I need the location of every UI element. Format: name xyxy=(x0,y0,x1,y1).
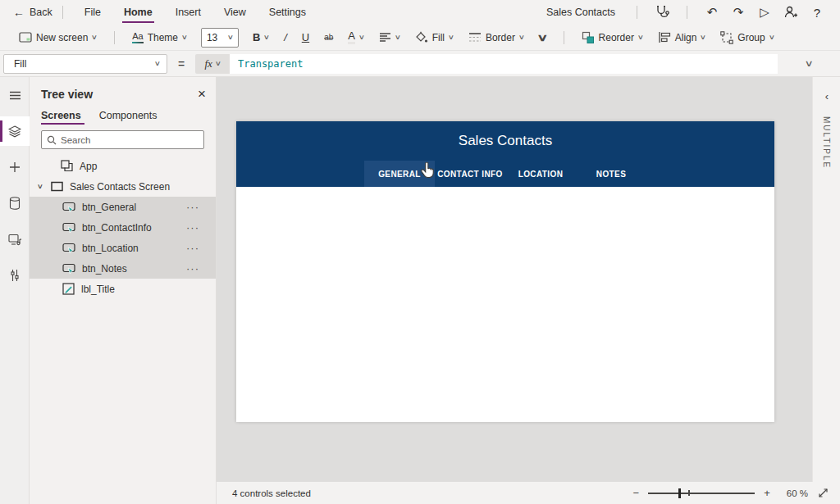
italic-button[interactable]: / xyxy=(276,25,294,51)
search-icon xyxy=(47,135,57,145)
rail-data-button[interactable] xyxy=(0,188,30,218)
zoom-percentage: 60 % xyxy=(787,488,808,498)
menu-home[interactable]: Home xyxy=(112,0,164,25)
rail-insert-button[interactable] xyxy=(0,152,30,182)
toolbar-overflow-button[interactable]: ∨ xyxy=(532,25,554,51)
divider xyxy=(687,6,687,19)
zoom-slider[interactable] xyxy=(648,488,755,499)
screen-icon xyxy=(51,181,63,192)
canvas-tab-contact-info[interactable]: CONTACT INFO xyxy=(435,161,505,187)
screen-header-label[interactable]: Sales Contacts GENERAL CONTACT INFO LOCA… xyxy=(236,121,774,187)
reorder-icon xyxy=(582,31,595,44)
media-icon xyxy=(8,233,22,246)
ellipsis-icon[interactable]: ··· xyxy=(186,201,199,213)
rail-hamburger-button[interactable] xyxy=(0,80,30,110)
back-label: Back xyxy=(30,7,52,18)
fx-dropdown[interactable]: fx ∨ xyxy=(195,54,230,74)
divider xyxy=(637,6,637,19)
menu-settings[interactable]: Settings xyxy=(258,0,317,25)
tree-item-screen[interactable]: ∨ Sales Contacts Screen xyxy=(30,176,216,197)
rail-media-button[interactable] xyxy=(0,225,30,254)
stethoscope-icon xyxy=(655,5,669,20)
ellipsis-icon[interactable]: ··· xyxy=(186,262,199,275)
align-button[interactable]: Align ∨ xyxy=(651,25,714,51)
chevron-down-icon: ∨ xyxy=(358,34,365,41)
tree-item-btn-general[interactable]: btn_General ··· xyxy=(30,197,216,217)
ellipsis-icon[interactable]: ··· xyxy=(186,242,199,254)
tree-view-panel: Tree view × Screens Components App ∨ Sal xyxy=(30,77,217,504)
chevron-down-icon: ∨ xyxy=(215,60,221,67)
strikethrough-icon: ab xyxy=(324,33,333,42)
layers-icon xyxy=(8,125,21,138)
undo-button[interactable]: ↶ xyxy=(701,2,724,23)
zoom-slider-thumb[interactable] xyxy=(678,488,681,498)
zoom-out-button[interactable]: − xyxy=(628,487,645,499)
menu-file[interactable]: File xyxy=(73,0,112,25)
formula-input[interactable] xyxy=(230,54,778,74)
zoom-slider-track xyxy=(648,493,755,494)
tree-item-btn-notes[interactable]: btn_Notes ··· xyxy=(30,258,216,279)
back-button[interactable]: ← Back xyxy=(13,6,52,19)
text-align-button[interactable]: ∨ xyxy=(372,25,408,51)
property-selector[interactable]: Fill ∨ xyxy=(3,54,167,74)
tree-item-btn-location[interactable]: btn_Location ··· xyxy=(30,238,216,258)
button-control-icon xyxy=(62,242,75,255)
tab-components[interactable]: Components xyxy=(99,106,161,127)
theme-icon: Aa xyxy=(132,31,143,43)
chevron-down-icon: ∨ xyxy=(637,34,644,41)
font-color-button[interactable]: A ∨ xyxy=(340,25,372,51)
bold-button[interactable]: B ∨ xyxy=(245,25,276,51)
button-control-icon xyxy=(62,262,75,275)
border-button[interactable]: Border ∨ xyxy=(461,25,532,51)
group-button[interactable]: Group ∨ xyxy=(713,25,781,51)
label-control-icon xyxy=(62,283,75,295)
tab-screens[interactable]: Screens xyxy=(41,106,84,127)
font-color-icon: A xyxy=(348,30,355,44)
preview-button[interactable]: ▷ xyxy=(753,2,776,23)
expand-panel-button[interactable]: ‹ xyxy=(813,84,840,108)
close-icon[interactable]: × xyxy=(198,87,206,101)
rail-advanced-tools-button[interactable] xyxy=(0,261,30,290)
app-checker-button[interactable] xyxy=(651,2,673,23)
hamburger-icon xyxy=(9,91,21,100)
divider xyxy=(114,31,115,44)
tree-item-lbl-title[interactable]: lbl_Title xyxy=(30,279,216,299)
chevron-down-icon: ∨ xyxy=(263,34,270,41)
tree-item-app[interactable]: App xyxy=(30,156,216,176)
selection-status: 4 controls selected xyxy=(232,488,311,498)
help-icon: ? xyxy=(814,6,820,20)
share-button[interactable] xyxy=(779,2,802,23)
tree-search-box[interactable] xyxy=(41,130,204,149)
database-icon xyxy=(9,197,21,210)
tree-item-btn-contactinfo[interactable]: btn_ContactInfo ··· xyxy=(30,217,216,238)
hand-cursor-icon xyxy=(420,162,434,181)
canvas-tab-notes[interactable]: NOTES xyxy=(576,161,646,187)
chevron-down-icon: ∨ xyxy=(448,34,454,41)
chevron-down-icon: ∨ xyxy=(700,34,706,41)
help-button[interactable]: ? xyxy=(806,2,829,23)
canvas-tab-location[interactable]: LOCATION xyxy=(505,161,576,187)
underline-icon: U xyxy=(302,31,309,43)
zoom-in-button[interactable]: + xyxy=(759,487,775,499)
strikethrough-button[interactable]: ab xyxy=(317,25,340,51)
chevron-expanded-icon[interactable]: ∨ xyxy=(37,183,43,190)
redo-button[interactable]: ↷ xyxy=(727,2,750,23)
reorder-button[interactable]: Reorder ∨ xyxy=(574,25,651,51)
fit-to-window-button[interactable] xyxy=(818,488,829,498)
ellipsis-icon[interactable]: ··· xyxy=(186,221,199,234)
bold-icon: B xyxy=(253,31,260,43)
menu-insert[interactable]: Insert xyxy=(164,0,212,25)
play-icon: ▷ xyxy=(760,5,769,20)
menu-view[interactable]: View xyxy=(212,0,258,25)
chevron-down-icon: ∨ xyxy=(536,32,548,43)
rail-tree-view-button[interactable] xyxy=(0,116,30,146)
fill-button[interactable]: Fill ∨ xyxy=(408,25,461,51)
theme-button[interactable]: Aa Theme ∨ xyxy=(125,25,194,51)
formula-bar-expand-button[interactable]: ∨ xyxy=(778,51,840,77)
underline-button[interactable]: U xyxy=(294,25,317,51)
font-size-combobox[interactable]: 13 ∨ xyxy=(201,28,239,48)
app-screen-canvas[interactable]: Sales Contacts GENERAL CONTACT INFO LOCA… xyxy=(236,121,774,422)
search-input[interactable] xyxy=(61,135,184,145)
chevron-down-icon: ∨ xyxy=(518,34,525,41)
new-screen-button[interactable]: New screen ∨ xyxy=(11,25,104,51)
